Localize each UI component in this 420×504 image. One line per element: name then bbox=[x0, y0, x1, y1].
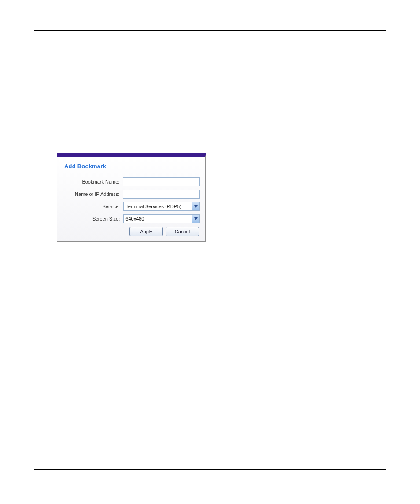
service-select-value: Terminal Services (RDP5) bbox=[124, 204, 192, 209]
dialog-button-row: Apply Cancel bbox=[63, 227, 200, 236]
label-name-or-ip: Name or IP Address: bbox=[63, 191, 123, 197]
row-screen-size: Screen Size: 640x480 bbox=[63, 214, 200, 223]
label-service: Service: bbox=[63, 204, 123, 209]
divider-bottom bbox=[34, 469, 386, 470]
divider-top bbox=[34, 30, 386, 31]
row-bookmark-name: Bookmark Name: bbox=[63, 177, 200, 186]
chevron-down-icon bbox=[192, 202, 199, 210]
add-bookmark-dialog: Add Bookmark Bookmark Name: Name or IP A… bbox=[57, 153, 206, 242]
row-name-or-ip: Name or IP Address: bbox=[63, 190, 200, 199]
screen-size-select-value: 640x480 bbox=[124, 216, 192, 221]
name-or-ip-input[interactable] bbox=[123, 190, 200, 199]
bookmark-name-input[interactable] bbox=[123, 177, 200, 186]
service-select[interactable]: Terminal Services (RDP5) bbox=[123, 202, 200, 211]
page: Add Bookmark Bookmark Name: Name or IP A… bbox=[0, 0, 420, 504]
chevron-down-icon bbox=[192, 215, 199, 223]
apply-button[interactable]: Apply bbox=[129, 227, 163, 236]
label-screen-size: Screen Size: bbox=[63, 216, 123, 221]
cancel-button[interactable]: Cancel bbox=[166, 227, 199, 236]
dialog-title: Add Bookmark bbox=[64, 163, 200, 169]
screen-size-select[interactable]: 640x480 bbox=[123, 214, 200, 223]
row-service: Service: Terminal Services (RDP5) bbox=[63, 202, 200, 211]
label-bookmark-name: Bookmark Name: bbox=[63, 179, 123, 184]
dialog-body: Add Bookmark Bookmark Name: Name or IP A… bbox=[57, 157, 205, 241]
